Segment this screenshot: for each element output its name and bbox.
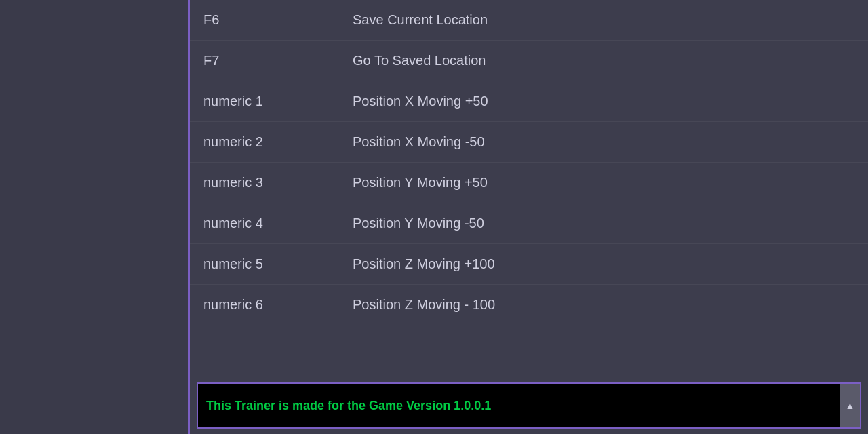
keybind-row: F7Go To Saved Location	[190, 41, 868, 81]
left-sidebar	[0, 0, 190, 434]
key-label: F7	[203, 53, 353, 68]
keybind-row: numeric 1Position X Moving +50	[190, 81, 868, 122]
key-label: F6	[203, 12, 353, 28]
action-label: Position Z Moving - 100	[353, 297, 495, 313]
key-label: numeric 4	[203, 216, 353, 231]
keybind-row: numeric 5Position Z Moving +100	[190, 244, 868, 285]
action-label: Go To Saved Location	[353, 53, 486, 68]
action-label: Position X Moving +50	[353, 94, 488, 109]
status-bar: This Trainer is made for the Game Versio…	[197, 382, 861, 429]
action-label: Position X Moving -50	[353, 134, 485, 150]
action-label: Position Z Moving +100	[353, 256, 495, 272]
main-content: F6Save Current LocationF7Go To Saved Loc…	[190, 0, 868, 434]
key-label: numeric 2	[203, 134, 353, 150]
keybind-row: F6Save Current Location	[190, 0, 868, 41]
keybind-row: numeric 2Position X Moving -50	[190, 122, 868, 163]
action-label: Position Y Moving +50	[353, 175, 488, 191]
keybinds-table: F6Save Current LocationF7Go To Saved Loc…	[190, 0, 868, 377]
action-label: Save Current Location	[353, 12, 488, 28]
scroll-up-icon: ▲	[846, 400, 855, 411]
keybind-row: numeric 3Position Y Moving +50	[190, 163, 868, 203]
key-label: numeric 5	[203, 256, 353, 272]
status-text: This Trainer is made for the Game Versio…	[198, 384, 840, 427]
key-label: numeric 3	[203, 175, 353, 191]
key-label: numeric 6	[203, 297, 353, 313]
action-label: Position Y Moving -50	[353, 216, 484, 231]
key-label: numeric 1	[203, 94, 353, 109]
keybind-row: numeric 6Position Z Moving - 100	[190, 285, 868, 326]
keybind-row: numeric 4Position Y Moving -50	[190, 203, 868, 244]
scroll-up-button[interactable]: ▲	[840, 384, 860, 427]
